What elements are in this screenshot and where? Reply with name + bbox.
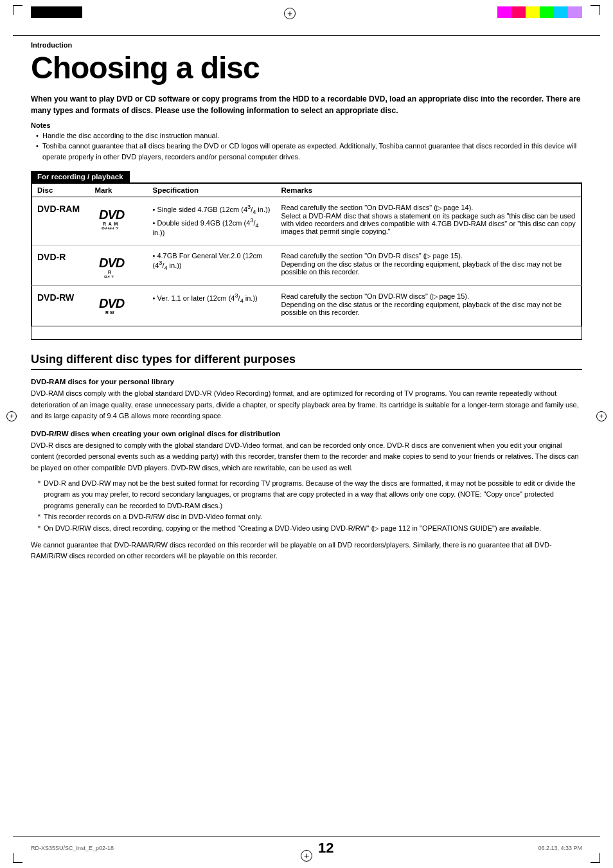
notes-list: Handle the disc according to the disc in…: [31, 130, 582, 163]
disc-mark-dvd-rw: DVD R W: [90, 285, 148, 326]
disc-spec-dvd-ram: • Single sided 4.7GB (12cm (43/4 in.)) •…: [148, 197, 276, 245]
top-center: [284, 5, 296, 19]
dvd-ram-library-text: DVD-RAM discs comply with the global sta…: [31, 388, 582, 422]
dvd-r-logo-svg: DVD R R4.7: [98, 252, 139, 278]
col-header-spec: Specification: [148, 184, 276, 197]
disc-remarks-dvd-r: Read carefully the section "On DVD-R dis…: [276, 245, 582, 285]
col-header-remarks: Remarks: [276, 184, 582, 197]
color-bars: [497, 6, 582, 18]
top-right-marks: [497, 5, 600, 18]
col-header-mark: Mark: [90, 184, 148, 197]
left-side-circle: [6, 411, 17, 421]
corner-mark-br: [587, 850, 600, 863]
arrow-icon: ▷: [432, 292, 438, 300]
color-bar-2: [511, 6, 526, 18]
color-bar-5: [554, 6, 568, 18]
top-marks: [0, 0, 613, 35]
asterisk-notes-list: DVD-R and DVD-RW may not be the best sui…: [31, 478, 582, 535]
intro-paragraph: When you want to play DVD or CD software…: [31, 93, 582, 116]
svg-text:DVD: DVD: [99, 256, 125, 270]
svg-text:R A M: R A M: [103, 222, 118, 226]
note-item-1: Handle the disc according to the disc in…: [36, 130, 582, 141]
disc-table-wrapper: Disc Mark Specification Remarks DVD-RAM: [31, 182, 582, 340]
page-wrapper: Introduction Choosing a disc When you wa…: [0, 0, 613, 868]
right-reg-mark: [596, 411, 607, 421]
bottom-thin-line: [13, 837, 600, 837]
dvd-ram-logo-svg: DVD R A M RAM4.7: [98, 204, 139, 229]
table-row: DVD-RW DVD R W • Ver. 1.1 or later (12cm…: [32, 285, 582, 326]
page-title: Choosing a disc: [31, 51, 582, 85]
svg-text:R W: R W: [105, 310, 114, 315]
table-row: DVD-R DVD R R4.7 • 4.7GB For General Ver…: [32, 245, 582, 285]
dvd-ram-library-title: DVD-RAM discs for your personal library: [31, 378, 582, 385]
dvd-rw-distribution-text: DVD-R discs are designed to comply with …: [31, 440, 582, 474]
black-bar-left: [31, 6, 82, 18]
svg-text:R4.7: R4.7: [104, 275, 114, 278]
disc-mark-dvd-ram: DVD R A M RAM4.7: [90, 197, 148, 245]
svg-text:DVD: DVD: [99, 208, 125, 222]
asterisk-note-1: DVD-R and DVD-RW may not be the best sui…: [36, 478, 582, 512]
bottom-marks: +: [0, 850, 613, 863]
closing-text: We cannot guarantee that DVD-RAM/R/RW di…: [31, 540, 582, 562]
disc-name-dvd-rw: DVD-RW: [37, 292, 74, 303]
col-header-disc: Disc: [32, 184, 90, 197]
svg-text:RAM4.7: RAM4.7: [102, 227, 118, 229]
recording-playback-label: For recording / playback: [31, 171, 130, 182]
left-reg-mark: [6, 411, 17, 421]
note-item-2: Toshiba cannot guarantee that all discs …: [36, 141, 582, 162]
asterisk-note-2: This recorder records on a DVD-R/RW disc…: [36, 511, 582, 523]
disc-remarks-dvd-ram: Read carefully the section "On DVD-RAM d…: [276, 197, 582, 245]
asterisk-note-3: On DVD-R/RW discs, direct recording, cop…: [36, 523, 582, 535]
content-area: Introduction Choosing a disc When you wa…: [0, 36, 613, 579]
right-side-circle: [596, 411, 607, 421]
registration-circle-bottom: +: [301, 850, 312, 862]
bottom-center-reg: +: [301, 850, 312, 863]
disc-mark-dvd-r: DVD R R4.7: [90, 245, 148, 285]
disc-table: Disc Mark Specification Remarks DVD-RAM: [31, 183, 582, 326]
disc-spec-dvd-r: • 4.7GB For General Ver.2.0 (12cm (43/4 …: [148, 245, 276, 285]
dvd-rw-logo-svg: DVD R W: [98, 292, 139, 318]
corner-mark-tl: [13, 5, 26, 18]
table-row: DVD-RAM DVD R A M RAM4.7: [32, 197, 582, 245]
corner-mark-tr: [587, 5, 600, 18]
dvd-rw-distribution-title: DVD-R/RW discs when creating your own or…: [31, 430, 582, 438]
registration-circle-top: [284, 8, 296, 19]
using-section-heading: Using different disc types for different…: [31, 353, 582, 370]
svg-text:R: R: [108, 270, 111, 274]
color-bar-4: [540, 6, 554, 18]
color-bar-1: [497, 6, 511, 18]
disc-name-dvd-ram: DVD-RAM: [37, 204, 80, 214]
notes-title: Notes: [31, 121, 582, 129]
corner-mark-bl: [13, 850, 26, 863]
color-bar-6: [568, 6, 582, 18]
disc-remarks-dvd-rw: Read carefully the section "On DVD-RW di…: [276, 285, 582, 326]
disc-name-dvd-r: DVD-R: [37, 252, 66, 262]
color-bar-3: [526, 6, 540, 18]
arrow-icon: ▷: [425, 252, 431, 260]
arrow-icon: ▷: [436, 204, 441, 211]
svg-text:DVD: DVD: [99, 296, 125, 310]
disc-spec-dvd-rw: • Ver. 1.1 or later (12cm (43/4 in.)): [148, 285, 276, 326]
section-label: Introduction: [31, 41, 582, 49]
arrow-icon: ▷: [373, 524, 378, 532]
